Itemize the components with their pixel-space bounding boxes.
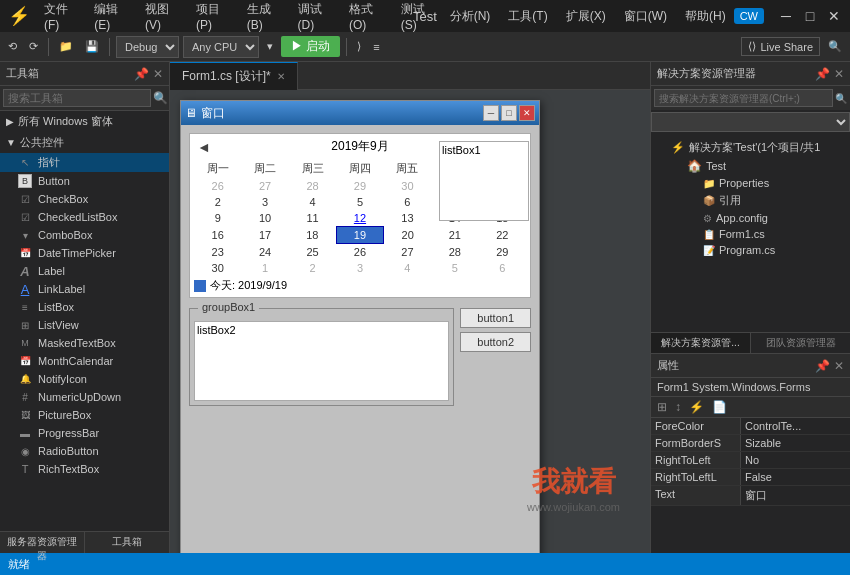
start-button[interactable]: ▶ 启动 — [281, 36, 340, 57]
cal-day[interactable]: 21 — [431, 227, 478, 244]
menu-tools[interactable]: 工具(T) — [500, 4, 555, 29]
minimize-button[interactable]: ─ — [778, 8, 794, 24]
listbox1[interactable]: listBox1 — [439, 141, 529, 221]
cal-day[interactable]: 16 — [194, 227, 241, 244]
solution-search-input[interactable] — [654, 89, 833, 107]
toolbox-item-datetimepicker[interactable]: 📅 DateTimePicker — [0, 244, 169, 262]
toolbox-item-numericupdown[interactable]: # NumericUpDown — [0, 388, 169, 406]
menu-analyze[interactable]: 分析(N) — [442, 4, 499, 29]
live-share-button[interactable]: ⟨⟩ Live Share — [741, 37, 820, 56]
cal-day[interactable]: 22 — [479, 227, 526, 244]
debug-mode-select[interactable]: Debug — [116, 36, 179, 58]
calendar-prev-button[interactable]: ◄ — [194, 139, 214, 155]
menu-help[interactable]: 帮助(H) — [677, 4, 734, 29]
toolbar-undo[interactable]: ⟲ — [4, 38, 21, 55]
close-button[interactable]: ✕ — [826, 8, 842, 24]
cal-day[interactable]: 28 — [289, 178, 336, 194]
cal-day[interactable]: 28 — [431, 244, 478, 261]
props-sort-category-icon[interactable]: ⊞ — [655, 399, 669, 415]
cal-day[interactable]: 26 — [194, 178, 241, 194]
menu-debug[interactable]: 调试(D) — [290, 0, 339, 36]
cal-day[interactable]: 24 — [241, 244, 288, 261]
solution-item-form1[interactable]: 📋 Form1.cs — [655, 226, 846, 242]
toolbox-close-icon[interactable]: ✕ — [153, 67, 163, 81]
menu-build[interactable]: 生成(B) — [239, 0, 288, 36]
cal-day[interactable]: 30 — [194, 260, 241, 276]
cal-day[interactable]: 18 — [289, 227, 336, 244]
cal-day[interactable]: 27 — [241, 178, 288, 194]
props-property-pages-icon[interactable]: 📄 — [710, 399, 729, 415]
button1[interactable]: button1 — [460, 308, 531, 328]
cal-day[interactable]: 30 — [384, 178, 431, 194]
toolbox-item-richtextbox[interactable]: T RichTextBox — [0, 460, 169, 478]
cal-day[interactable]: 1 — [241, 260, 288, 276]
cal-day[interactable]: 13 — [384, 210, 431, 227]
solution-item-appconfig[interactable]: ⚙ App.config — [655, 210, 846, 226]
toolbar-dropdown[interactable]: ▾ — [263, 38, 277, 55]
cal-day[interactable]: 10 — [241, 210, 288, 227]
cal-day[interactable]: 29 — [479, 244, 526, 261]
solution-root[interactable]: ⚡ 解决方案'Test'(1个项目/共1 — [655, 138, 846, 157]
cal-day[interactable]: 5 — [431, 260, 478, 276]
cal-day[interactable]: 23 — [194, 244, 241, 261]
cal-day[interactable]: 27 — [384, 244, 431, 261]
cal-day[interactable]: 17 — [241, 227, 288, 244]
toolbox-item-pointer[interactable]: ↖ 指针 — [0, 153, 169, 172]
tab-close-icon[interactable]: ✕ — [277, 71, 285, 82]
toolbox-item-monthcalendar[interactable]: 📅 MonthCalendar — [0, 352, 169, 370]
cal-day[interactable]: 3 — [241, 194, 288, 210]
toolbar-redo[interactable]: ⟳ — [25, 38, 42, 55]
cal-day[interactable]: 2 — [194, 194, 241, 210]
toolbar-search[interactable]: 🔍 — [824, 38, 846, 55]
tab-form1-design[interactable]: Form1.cs [设计]* ✕ — [170, 62, 298, 90]
cal-day[interactable]: 4 — [384, 260, 431, 276]
menu-file[interactable]: 文件(F) — [36, 0, 84, 36]
cal-day[interactable]: 2 — [289, 260, 336, 276]
toolbox-tab[interactable]: 工具箱 — [85, 532, 169, 553]
button2[interactable]: button2 — [460, 332, 531, 352]
toolbox-item-listbox[interactable]: ≡ ListBox — [0, 298, 169, 316]
solution-project[interactable]: 🏠 Test — [655, 157, 846, 175]
cal-day[interactable]: 6 — [479, 260, 526, 276]
props-sort-alpha-icon[interactable]: ↕ — [673, 399, 683, 415]
solution-item-references[interactable]: 📦 引用 — [655, 191, 846, 210]
props-val-righttoleft[interactable]: No — [741, 452, 850, 468]
toolbox-item-picturebox[interactable]: 🖼 PictureBox — [0, 406, 169, 424]
maximize-button[interactable]: □ — [802, 8, 818, 24]
toolbox-section-all-windows-header[interactable]: ▶ 所有 Windows 窗体 — [0, 111, 169, 132]
cal-day[interactable]: 4 — [289, 194, 336, 210]
toolbar-misc1[interactable]: ⟩ — [353, 38, 365, 55]
menu-view[interactable]: 视图(V) — [137, 0, 186, 36]
props-val-formborder[interactable]: Sizable — [741, 435, 850, 451]
toolbox-search-input[interactable] — [3, 89, 151, 107]
solution-close-icon[interactable]: ✕ — [834, 67, 844, 81]
props-close-icon[interactable]: ✕ — [834, 359, 844, 373]
form-close-button[interactable]: ✕ — [519, 105, 535, 121]
menu-format[interactable]: 格式(O) — [341, 0, 391, 36]
props-val-forecolor[interactable]: ControlTe... — [741, 418, 850, 434]
toolbox-pin-icon[interactable]: 📌 — [134, 67, 149, 81]
cal-day[interactable]: 25 — [289, 244, 336, 261]
cal-day[interactable]: 26 — [336, 244, 383, 261]
toolbox-item-maskedtextbox[interactable]: M MaskedTextBox — [0, 334, 169, 352]
toolbox-item-label[interactable]: A Label — [0, 262, 169, 280]
toolbar-open[interactable]: 📁 — [55, 38, 77, 55]
cal-today[interactable]: 19 — [336, 227, 383, 244]
sol-tab-solution[interactable]: 解决方案资源管... — [651, 333, 751, 353]
toolbox-item-notifyicon[interactable]: 🔔 NotifyIcon — [0, 370, 169, 388]
solution-item-properties[interactable]: 📁 Properties — [655, 175, 846, 191]
cal-day[interactable]: 20 — [384, 227, 431, 244]
toolbox-item-progressbar[interactable]: ▬ ProgressBar — [0, 424, 169, 442]
toolbox-section-common-header[interactable]: ▼ 公共控件 — [0, 132, 169, 153]
solution-pin-icon[interactable]: 📌 — [815, 67, 830, 81]
toolbar-misc2[interactable]: ≡ — [369, 39, 383, 55]
menu-window[interactable]: 窗口(W) — [616, 4, 675, 29]
toolbox-item-radiobutton[interactable]: ◉ RadioButton — [0, 442, 169, 460]
cal-day[interactable]: 29 — [336, 178, 383, 194]
menu-extensions[interactable]: 扩展(X) — [558, 4, 614, 29]
toolbox-item-checkbox[interactable]: ☑ CheckBox — [0, 190, 169, 208]
props-val-righttoleftl[interactable]: False — [741, 469, 850, 485]
cal-day[interactable]: 11 — [289, 210, 336, 227]
toolbox-item-button[interactable]: B Button — [0, 172, 169, 190]
form-maximize-button[interactable]: □ — [501, 105, 517, 121]
